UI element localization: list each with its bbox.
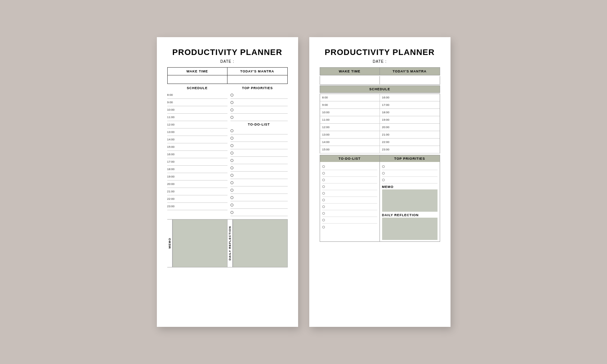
right-wake-time-value[interactable]	[320, 76, 380, 84]
schedule-line	[179, 162, 227, 162]
priority-row-4[interactable]	[230, 114, 288, 121]
left-memo-section: MEMO	[167, 219, 227, 267]
left-mantra-header: TODAY'S MANTRA	[227, 68, 287, 75]
left-date-label: DATE :	[167, 59, 288, 64]
todo-row-8[interactable]	[230, 179, 288, 186]
schedule-row-1700: 17:00	[167, 158, 227, 166]
right-todo-row-4[interactable]	[322, 183, 377, 190]
todo-circle-2	[230, 137, 233, 140]
right-schedule-grid: 8:00 16:00 9:00 17:00 10:00 18:0	[320, 94, 440, 153]
schedule-row-2200: 22:00	[167, 195, 227, 203]
right-todo-circle-7	[322, 205, 325, 208]
schedule-line	[179, 176, 227, 177]
left-wake-time-value[interactable]	[168, 75, 227, 84]
right-time-1600: 16:00	[380, 94, 440, 101]
right-top-value-row	[320, 76, 440, 85]
left-priorities-header: TOP PRIORITIES	[227, 86, 288, 90]
right-todo-circle-5	[322, 192, 325, 195]
todo-row-4[interactable]	[230, 149, 288, 157]
left-mantra-value[interactable]	[227, 75, 287, 84]
right-memo-box[interactable]	[382, 189, 438, 212]
todo-circle-5	[230, 159, 233, 162]
schedule-line	[179, 139, 227, 140]
right-todo-circle-2	[322, 172, 325, 175]
right-reflection-box[interactable]	[382, 218, 438, 240]
left-bottom-section: MEMO DAILY REFLECTION	[167, 219, 288, 267]
todo-row-7[interactable]	[230, 172, 288, 179]
right-priority-row-3[interactable]	[382, 177, 438, 183]
priority-row-2[interactable]	[230, 99, 288, 106]
schedule-row-1300: 13:00	[167, 129, 227, 136]
right-priority-row-1[interactable]	[382, 163, 438, 170]
right-time-1800-label: 18:00	[382, 111, 394, 114]
todo-line-1	[235, 130, 288, 131]
right-todo-row-10[interactable]	[322, 224, 377, 230]
left-content-area: 8:00 9:00 10:00 11:00 12:00	[167, 91, 288, 216]
priority-line-2	[235, 102, 288, 103]
right-todo-row-6[interactable]	[322, 197, 377, 204]
time-1200: 12:00	[167, 123, 179, 126]
left-page-title: PRODUCTIVITY PLANNER	[167, 48, 288, 57]
right-wake-time-header: WAKE TIME	[320, 68, 380, 75]
todo-line-9	[235, 190, 288, 190]
todo-row-3[interactable]	[230, 142, 288, 149]
right-priority-line-1	[386, 166, 438, 167]
left-reflection-box[interactable]	[233, 219, 288, 267]
right-todo-row-7[interactable]	[322, 204, 377, 210]
right-time-1900: 19:00	[380, 116, 440, 123]
pages-container: PRODUCTIVITY PLANNER DATE : WAKE TIME TO…	[157, 37, 451, 327]
left-schedule-section: 8:00 9:00 10:00 11:00 12:00	[167, 91, 227, 210]
priority-circle-1	[230, 94, 233, 97]
right-time-1400-label: 14:00	[322, 140, 334, 144]
right-time-1500: 15:00	[320, 146, 380, 153]
todo-row-12[interactable]	[230, 209, 288, 216]
right-time-2300-label: 23:00	[382, 148, 394, 151]
right-todo-circle-6	[322, 199, 325, 201]
right-todo-line-10	[326, 227, 377, 227]
right-todo-row-3[interactable]	[322, 177, 377, 183]
priority-circle-4	[230, 116, 233, 119]
priority-row-3[interactable]	[230, 106, 288, 114]
right-time-1800: 18:00	[380, 109, 440, 116]
right-schedule-row-3: 10:00 18:00	[320, 109, 440, 116]
todo-row-9[interactable]	[230, 186, 288, 194]
todo-row-6[interactable]	[230, 164, 288, 172]
right-todo-row-1[interactable]	[322, 163, 377, 170]
time-800: 8:00	[167, 93, 179, 97]
schedule-line	[179, 206, 227, 207]
todo-row-2[interactable]	[230, 134, 288, 142]
time-900: 9:00	[167, 101, 179, 104]
todo-circle-10	[230, 196, 233, 199]
todo-row-10[interactable]	[230, 194, 288, 201]
right-schedule-row-5: 12:00 20:00	[320, 124, 440, 131]
schedule-row-2100: 21:00	[167, 188, 227, 195]
time-2200: 22:00	[167, 197, 179, 201]
right-todo-row-9[interactable]	[322, 217, 377, 224]
right-todo-circle-10	[322, 226, 325, 228]
priority-row-1[interactable]	[230, 91, 288, 99]
todo-circle-3	[230, 144, 233, 147]
right-todo-circle-4	[322, 185, 325, 188]
todo-row-5[interactable]	[230, 157, 288, 164]
right-todo-row-5[interactable]	[322, 190, 377, 197]
right-priority-row-2[interactable]	[382, 170, 438, 177]
left-memo-box[interactable]	[172, 219, 227, 267]
time-1300: 13:00	[167, 130, 179, 134]
right-todo-row-2[interactable]	[322, 170, 377, 177]
todo-line-12	[235, 212, 288, 212]
right-time-1300: 13:00	[320, 131, 380, 138]
todo-line-4	[235, 153, 288, 153]
right-mantra-value[interactable]	[380, 76, 440, 84]
right-todo-row-8[interactable]	[322, 210, 377, 217]
schedule-line	[179, 124, 227, 125]
right-schedule-row-6: 13:00 21:00	[320, 131, 440, 139]
todo-row-11[interactable]	[230, 201, 288, 209]
right-todo-line-8	[326, 213, 377, 214]
left-priorities-area: TO-DO-LIST	[227, 91, 288, 216]
right-page-title: PRODUCTIVITY PLANNER	[320, 48, 440, 57]
todo-row-1[interactable]	[230, 127, 288, 134]
right-memo-label: MEMO	[382, 185, 438, 189]
right-todo-circle-3	[322, 179, 325, 181]
schedule-row-1800: 18:00	[167, 166, 227, 173]
right-time-800-label: 8:00	[322, 96, 334, 99]
